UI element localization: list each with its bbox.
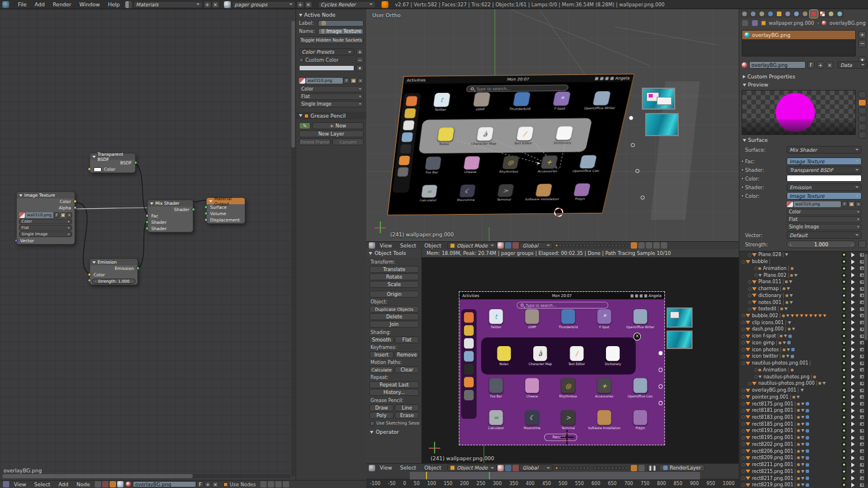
- menu-item[interactable]: View: [376, 242, 396, 250]
- unlink-material-button[interactable]: ×: [826, 61, 833, 69]
- datablock-icon[interactable]: [813, 376, 816, 378]
- visibility-eye-icon[interactable]: [841, 462, 847, 467]
- timeline-band[interactable]: [366, 472, 739, 479]
- toggle-hidden-sockets-button[interactable]: Toggle Hidden Node Sockets: [299, 36, 364, 44]
- expand-icon[interactable]: ○: [754, 266, 758, 271]
- editor-type-icon[interactable]: [3, 481, 9, 487]
- renderable-camera-icon[interactable]: [859, 347, 865, 352]
- datablock-icon[interactable]: [818, 314, 822, 317]
- app-icon[interactable]: [634, 378, 648, 393]
- datablock-icon[interactable]: [801, 456, 805, 459]
- renderable-camera-icon[interactable]: [859, 340, 865, 345]
- renderable-camera-icon[interactable]: [859, 287, 865, 291]
- screen-layout-select[interactable]: Materials: [133, 1, 203, 8]
- renderable-camera-icon[interactable]: [859, 456, 865, 460]
- expand-icon[interactable]: ○: [748, 307, 752, 311]
- selectable-cursor-icon[interactable]: [851, 327, 855, 332]
- color-output-socket[interactable]: [73, 200, 77, 203]
- app-icon[interactable]: [606, 346, 620, 361]
- datablock-icon[interactable]: [797, 436, 800, 439]
- dock-app-icon[interactable]: [400, 144, 411, 154]
- tab-texture-icon[interactable]: [818, 10, 826, 18]
- renderable-camera-icon[interactable]: [859, 280, 865, 284]
- expand-icon[interactable]: ○: [742, 415, 746, 419]
- workspace-dot[interactable]: [635, 169, 639, 173]
- selectable-cursor-icon[interactable]: [851, 340, 855, 345]
- datablock-icon[interactable]: [806, 402, 809, 406]
- preview-header[interactable]: Preview: [740, 82, 768, 88]
- page-dot[interactable]: [659, 351, 663, 355]
- outliner-row[interactable]: ○ rect8211.png.001 |: [739, 461, 868, 468]
- outliner-row[interactable]: ○ rect8215.png.001 |: [739, 468, 868, 475]
- 3d-cursor[interactable]: [554, 208, 563, 217]
- datablock-icon[interactable]: [823, 314, 826, 317]
- app-icon[interactable]: [634, 309, 648, 324]
- panel-image-select[interactable]: Color: [299, 86, 364, 92]
- datablock-icon[interactable]: [801, 477, 805, 480]
- outliner-row[interactable]: ○ rect8206.png.001 |: [739, 448, 868, 455]
- selectable-cursor-icon[interactable]: [851, 293, 855, 298]
- menu-item[interactable]: Node: [73, 481, 95, 488]
- datablock-icon[interactable]: [797, 416, 800, 419]
- menu-item[interactable]: Window: [76, 0, 104, 9]
- preset-menu-button[interactable]: ▾: [356, 65, 364, 72]
- renderable-camera-icon[interactable]: [859, 429, 865, 433]
- visibility-eye-icon[interactable]: [841, 401, 847, 407]
- datablock-icon[interactable]: [788, 335, 792, 338]
- object-shader-icon[interactable]: [95, 481, 101, 487]
- menu-item[interactable]: Add: [54, 481, 72, 488]
- visibility-eye-icon[interactable]: [841, 326, 847, 332]
- clear-paths-button[interactable]: Clear: [395, 366, 419, 373]
- app-icon[interactable]: [573, 183, 590, 196]
- visibility-eye-icon[interactable]: [841, 476, 847, 481]
- datablock-icon[interactable]: [788, 321, 791, 324]
- tab-constraints-icon[interactable]: [784, 10, 792, 18]
- shader1-input-socket[interactable]: [145, 220, 149, 224]
- expand-icon[interactable]: ○: [748, 300, 752, 305]
- tab-scene-icon[interactable]: [758, 10, 766, 18]
- datablock-icon[interactable]: [779, 341, 781, 344]
- new-material-button[interactable]: +: [204, 481, 211, 487]
- datablock-icon[interactable]: [818, 382, 821, 385]
- workspace-dot[interactable]: [641, 196, 645, 200]
- timeline[interactable]: -100-50050100150200250300350400450500550…: [366, 472, 739, 488]
- datablock-icon[interactable]: [792, 396, 795, 399]
- visibility-eye-icon[interactable]: [841, 428, 847, 433]
- snap-icon[interactable]: [631, 465, 637, 471]
- datablock-icon[interactable]: [791, 355, 794, 358]
- preview-flat-button[interactable]: [858, 91, 866, 98]
- outliner-row[interactable]: ○ rect8185.png.001 |: [739, 421, 868, 427]
- datablock-icon[interactable]: [790, 294, 793, 297]
- app-icon[interactable]: [579, 155, 597, 168]
- node-image-texture[interactable]: Image Texture Color Alpha wall310.png F …: [16, 192, 75, 245]
- datablock-icon[interactable]: [783, 348, 785, 351]
- renderable-camera-icon[interactable]: [859, 327, 865, 332]
- image-select[interactable]: Flat: [787, 216, 862, 223]
- workspace-thumbnail[interactable]: [642, 88, 675, 110]
- datablock-icon[interactable]: [805, 314, 808, 317]
- outliner-row[interactable]: ○ dictionary |: [739, 292, 868, 299]
- app-icon[interactable]: [556, 126, 574, 140]
- dock-app-icon[interactable]: [404, 108, 416, 118]
- selectable-cursor-icon[interactable]: [851, 381, 855, 386]
- custom-properties-header[interactable]: Custom Properties: [740, 74, 795, 80]
- snap-element-icon[interactable]: [638, 242, 645, 249]
- datablock-icon[interactable]: [806, 449, 809, 453]
- open-image-button[interactable]: ▣: [848, 201, 855, 207]
- selectable-cursor-icon[interactable]: [851, 408, 855, 413]
- app-icon[interactable]: [463, 156, 480, 170]
- active-node-header[interactable]: Active Node: [296, 11, 366, 19]
- node-transparent-bsdf[interactable]: Transparent BSDF BSDF Color: [89, 153, 136, 173]
- datablock-icon[interactable]: [800, 314, 803, 317]
- datablock-icon[interactable]: [785, 301, 788, 304]
- strength-anim-button[interactable]: [858, 241, 866, 248]
- emission-color-socket[interactable]: [88, 273, 91, 276]
- expand-icon[interactable]: ○: [742, 476, 746, 481]
- fake-user-button[interactable]: F: [343, 78, 350, 84]
- app-icon[interactable]: [425, 156, 442, 170]
- visibility-eye-icon[interactable]: [841, 286, 847, 291]
- renderable-camera-icon[interactable]: [859, 361, 865, 366]
- outliner-row[interactable]: ○ rect8219.png.001 |: [739, 482, 868, 488]
- add-slot-button[interactable]: +: [858, 31, 866, 39]
- outliner-row[interactable]: ○ rect8202.png.001 |: [739, 441, 868, 448]
